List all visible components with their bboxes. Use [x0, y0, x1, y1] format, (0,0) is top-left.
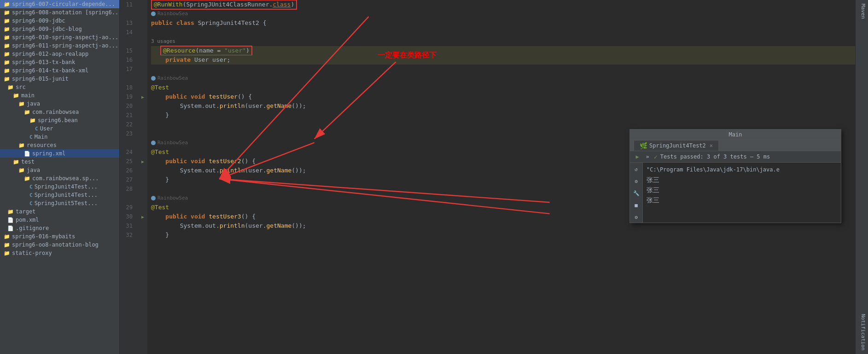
avatar — [151, 196, 156, 201]
notification-label[interactable]: Notification — [856, 310, 868, 354]
gutter-line — [138, 74, 147, 83]
run-panel-tab[interactable]: 🌿 SpringJunit4Test2 × — [634, 140, 719, 151]
stop-btn[interactable]: ■ — [632, 201, 641, 210]
sidebar-item-target[interactable]: 📁target — [0, 207, 119, 216]
sidebar-item-static-proxy[interactable]: 📁static-proxy — [0, 249, 119, 257]
code-line: private User user; — [151, 55, 855, 65]
green-run-icon[interactable]: ▶ — [141, 159, 144, 164]
green-run-icon[interactable]: ▶ — [141, 94, 144, 100]
sidebar-item-spring6-008[interactable]: 📁spring6-008-anotation [spring6... — [0, 8, 119, 17]
green-run-icon[interactable]: ▶ — [141, 214, 144, 219]
sidebar-item-main[interactable]: 📁main — [0, 91, 119, 100]
folder-icon: 📁 — [4, 1, 10, 7]
sidebar-item-label: main — [21, 92, 35, 99]
sidebar-item-resources[interactable]: 📁resources — [0, 141, 119, 149]
sidebar-item-src[interactable]: 📁src — [0, 83, 119, 91]
close-tab-icon[interactable]: × — [710, 142, 713, 149]
maven-label[interactable]: Maven — [856, 0, 868, 23]
line-number — [120, 37, 135, 46]
code-editor: 1113141516171819202122232425262728293031… — [120, 0, 855, 354]
folder-icon: 📁 — [4, 76, 10, 82]
wrench-btn[interactable]: 🔧 — [632, 189, 641, 198]
sidebar-item-label: SpringJunit4Test... — [35, 183, 98, 190]
code-line: @RunWith(SpringJUnit4ClassRunner.class) — [151, 0, 855, 9]
sidebar-item-spring.xml[interactable]: 📄spring.xml — [0, 149, 119, 158]
project-sidebar[interactable]: 📁spring6-007-circular-depende...📁spring6… — [0, 0, 120, 354]
sidebar-item-spring6-009-jdbc-blog[interactable]: 📁spring6-009-jdbc-blog — [0, 25, 119, 33]
resource-annotation: @Resource(name = "user") — [160, 46, 252, 56]
gutter-line — [138, 55, 147, 65]
run-tab-label: SpringJunit4Test2 — [649, 142, 706, 149]
sidebar-item-label: com.rainbowsea — [32, 109, 79, 115]
line-number: 20 — [120, 101, 135, 111]
sidebar-item-spring6-oo8-anotation-blog[interactable]: 📁spring6-oo8-anotation-blog — [0, 241, 119, 249]
run-output-line: 张三 — [647, 195, 839, 205]
avatar — [151, 12, 156, 16]
sidebar-item-spring6-012[interactable]: 📁spring6-012-aop-realapp — [0, 50, 119, 58]
sidebar-item-gitignore[interactable]: 📄.gitignore — [0, 224, 119, 232]
sidebar-item-java2[interactable]: 📁java — [0, 166, 119, 174]
code-line: } — [151, 230, 855, 240]
sidebar-item-spring6-010[interactable]: 📁spring6-010-spring-aspectj-ao... — [0, 33, 119, 41]
file-icon: 📄 — [7, 225, 14, 231]
sidebar-item-com.rainbowsea.sp[interactable]: 📁com.rainbowsea.sp... — [0, 174, 119, 183]
sidebar-item-label: SpringJunit5Test... — [35, 200, 98, 206]
sidebar-item-spring6-007[interactable]: 📁spring6-007-circular-depende... — [0, 0, 119, 8]
line-number: 15 — [120, 46, 135, 55]
gutter-line — [138, 101, 147, 111]
sidebar-item-SpringJunit5Test[interactable]: CSpringJunit5Test... — [0, 199, 119, 207]
sidebar-item-Main[interactable]: CMain — [0, 133, 119, 141]
code-line: } — [151, 111, 855, 120]
line-number: 21 — [120, 111, 135, 120]
sidebar-item-spring6.bean[interactable]: 📁spring6.bean — [0, 116, 119, 124]
sidebar-item-spring6-011[interactable]: 📁spring6-011-spring-aspectj-ao... — [0, 41, 119, 50]
folder-icon: 📁 — [18, 101, 25, 107]
code-line: 3 usages — [151, 37, 855, 46]
gutter-line: ▶ — [138, 92, 147, 101]
sidebar-item-label: pom.xml — [16, 217, 39, 223]
skip-button[interactable]: » — [644, 153, 651, 160]
sidebar-item-spring6-009-jdbc[interactable]: 📁spring6-009-jdbc — [0, 17, 119, 25]
gutter-line — [138, 9, 147, 18]
avatar — [151, 141, 156, 145]
coverage-btn[interactable]: ⚙ — [632, 177, 641, 186]
run-button[interactable]: ▶ — [634, 153, 641, 160]
sidebar-item-spring6-016-mybaits[interactable]: 📁spring6-016-mybaits — [0, 232, 119, 241]
line-number: 22 — [120, 120, 135, 129]
folder-icon: 📁 — [4, 250, 10, 256]
sidebar-item-spring6-013[interactable]: 📁spring6-013-tx-bank — [0, 58, 119, 66]
code-line: @Test — [151, 83, 855, 92]
test-annotation: @Test — [151, 203, 169, 212]
line-number: 25 — [120, 157, 135, 166]
gutter-line — [138, 166, 147, 175]
test-annotation: @Test — [151, 148, 169, 157]
sidebar-item-test[interactable]: 📁test — [0, 158, 119, 166]
sidebar-item-User[interactable]: CUser — [0, 124, 119, 133]
sidebar-item-pom.xml[interactable]: 📄pom.xml — [0, 216, 119, 224]
gutter-line — [138, 111, 147, 120]
line-number: 27 — [120, 175, 135, 184]
sidebar-item-spring6-014[interactable]: 📁spring6-014-tx-bank-xml — [0, 66, 119, 75]
sidebar-item-label: resources — [27, 142, 57, 148]
gutter-line — [138, 28, 147, 37]
sidebar-item-java[interactable]: 📁java — [0, 100, 119, 108]
sidebar-item-spring6-015[interactable]: 📁spring6-015-junit — [0, 75, 119, 83]
sidebar-item-com.rainbowsea[interactable]: 📁com.rainbowsea — [0, 108, 119, 116]
sidebar-item-label: spring6-010-spring-aspectj-ao... — [12, 34, 118, 41]
config-btn[interactable]: ⚙ — [632, 212, 641, 222]
run-panel-body: ↺ ⚙ 🔧 ■ ⚙ "C:\Program Files\Java\jdk-17\… — [630, 163, 841, 223]
sidebar-item-SpringJunit4Test2[interactable]: CSpringJunit4Test... — [0, 191, 119, 199]
sidebar-item-label: spring6.bean — [38, 117, 78, 124]
java-icon: C — [29, 184, 33, 190]
code-text: } — [151, 111, 169, 120]
line-number: 23 — [120, 129, 135, 138]
folder-icon: 📁 — [4, 68, 10, 74]
run-panel-header: Main — [630, 130, 841, 140]
sidebar-item-SpringJunit4Test[interactable]: CSpringJunit4Test... — [0, 183, 119, 191]
gutter-area: ▶▶▶ — [138, 0, 147, 354]
rerun-btn[interactable]: ↺ — [632, 165, 641, 174]
sidebar-item-label: spring.xml — [32, 150, 65, 157]
run-panel: Main 🌿 SpringJunit4Test2 × ▶ » ✓ Tests p… — [629, 129, 841, 223]
sidebar-item-label: spring6-oo8-anotation-blog — [12, 242, 99, 248]
code-line: RainbowSea — [151, 9, 855, 18]
